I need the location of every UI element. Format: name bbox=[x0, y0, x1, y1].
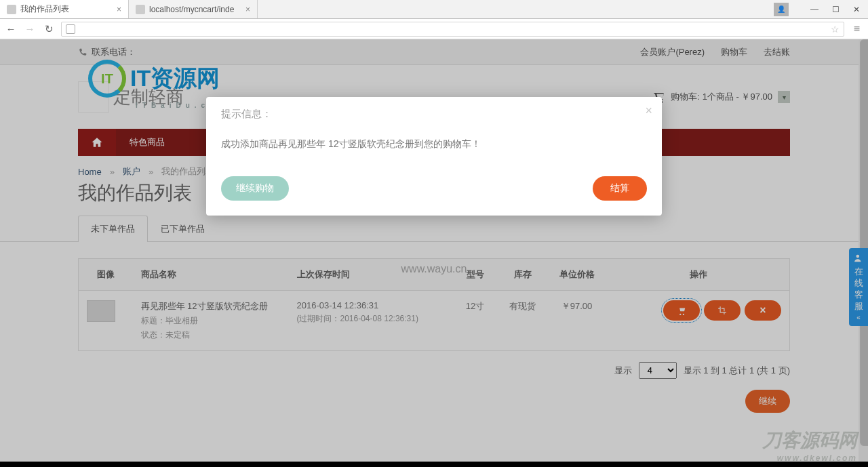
user-icon[interactable]: 👤 bbox=[774, 3, 789, 16]
browser-tab-strip: 我的作品列表 × localhost/mycncart/inde × 👤 — ☐… bbox=[0, 0, 868, 19]
favicon-icon bbox=[7, 5, 16, 14]
reload-button[interactable]: ↻ bbox=[42, 22, 56, 36]
menu-button[interactable]: ≡ bbox=[850, 23, 864, 35]
info-modal: 提示信息： × 成功添加商品再见那些年 12寸竖版软壳纪念册到您的购物车！ 继续… bbox=[206, 97, 662, 216]
checkout-button[interactable]: 结算 bbox=[593, 176, 647, 201]
tab-title: 我的作品列表 bbox=[20, 3, 69, 15]
address-bar[interactable]: ☆ bbox=[61, 22, 844, 37]
browser-tab-1[interactable]: localhost/mycncart/inde × bbox=[129, 0, 258, 18]
tab-title: localhost/mycncart/inde bbox=[149, 5, 234, 14]
minimize-button[interactable]: — bbox=[810, 5, 818, 14]
browser-tab-0[interactable]: 我的作品列表 × bbox=[0, 0, 129, 18]
new-tab-button[interactable] bbox=[258, 0, 274, 18]
page-icon bbox=[66, 24, 75, 34]
window-controls: 👤 — ☐ ✕ bbox=[766, 0, 868, 18]
modal-body: 成功添加商品再见那些年 12寸竖版软壳纪念册到您的购物车！ bbox=[206, 131, 662, 167]
continue-shopping-button[interactable]: 继续购物 bbox=[221, 176, 289, 201]
modal-title: 提示信息： bbox=[221, 108, 272, 119]
taskbar-strip bbox=[0, 462, 868, 467]
close-icon[interactable]: × bbox=[117, 5, 121, 14]
modal-close-button[interactable]: × bbox=[645, 104, 652, 118]
close-icon[interactable]: × bbox=[245, 5, 250, 14]
favicon-icon bbox=[136, 5, 145, 14]
back-button[interactable]: ← bbox=[4, 22, 18, 36]
page-viewport: 联系电话： 会员账户(Perez) 购物车 去结账 定制轻商 购物车: 1个商品… bbox=[0, 39, 868, 467]
forward-button[interactable]: → bbox=[23, 22, 37, 36]
close-window-button[interactable]: ✕ bbox=[853, 5, 860, 14]
maximize-button[interactable]: ☐ bbox=[832, 5, 840, 14]
bookmark-star-icon[interactable]: ☆ bbox=[831, 24, 840, 35]
browser-toolbar: ← → ↻ ☆ ≡ bbox=[0, 19, 868, 39]
